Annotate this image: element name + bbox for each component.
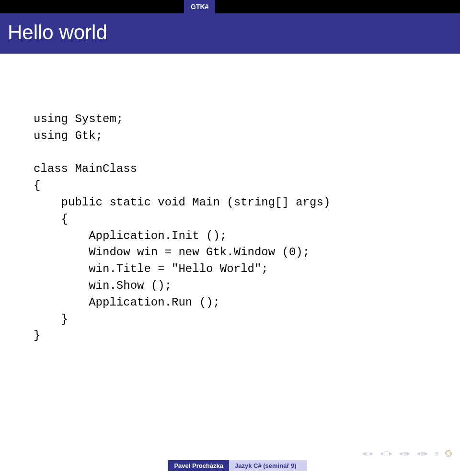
svg-marker-1 (450, 452, 452, 454)
slide-footer: Pavel Procházka Jazyk C# (seminář 9) ◀□▶… (0, 453, 460, 476)
slide: GTK# Hello world using System; using Gtk… (0, 0, 460, 476)
slide-title: Hello world (8, 21, 452, 44)
nav-outline-icon[interactable]: ≣ (435, 451, 438, 457)
slide-body: using System; using Gtk; class MainClass… (0, 54, 460, 476)
nav-first-icon[interactable]: ◀□▶ (362, 451, 373, 456)
footer-topic: Jazyk C# (seminář 9) (229, 460, 307, 471)
section-tab-active[interactable]: GTK# (184, 0, 215, 13)
nav-icons: ◀□▶ ◀❐▶ ◀≣▶ ◀≣▶ ≣ (362, 450, 452, 457)
section-tabstrip: GTK# (0, 0, 460, 13)
footer-author: Pavel Procházka (168, 460, 229, 471)
nav-prev-icon[interactable]: ◀≣▶ (399, 451, 410, 457)
slide-title-bar: Hello world (0, 13, 460, 54)
svg-marker-0 (445, 453, 447, 455)
code-block: using System; using Gtk; class MainClass… (34, 111, 426, 344)
nav-loop-icon[interactable] (445, 450, 452, 457)
nav-next-icon[interactable]: ◀≣▶ (417, 451, 428, 457)
nav-prev-section-icon[interactable]: ◀❐▶ (380, 451, 392, 457)
